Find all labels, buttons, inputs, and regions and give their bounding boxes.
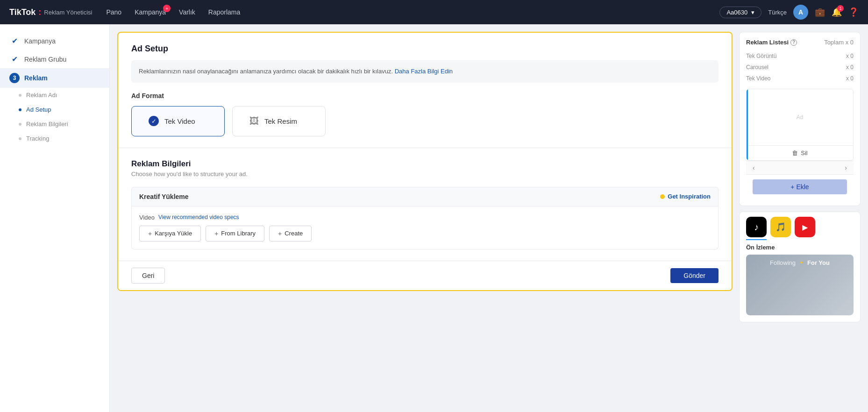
info-link[interactable]: Daha Fazla Bilgi Edin [395,68,453,75]
logo: TikTok : Reklam Yöneticisi [9,7,92,17]
dot-icon [19,123,21,126]
briefcase-icon[interactable]: 💼 [815,7,825,17]
upload-buttons: + Karşıya Yükle + From Library + Create [139,226,711,242]
main-panel: Ad Setup Reklamlarınızın nasıl onaylanac… [117,32,733,405]
language-selector[interactable]: Türkçe [768,9,787,16]
content-area: Ad Setup Reklamlarınızın nasıl onaylanac… [110,24,868,412]
format-options: ✓ Tek Video 🖼 Tek Resim [131,106,719,136]
notification-badge: 1 [837,5,844,12]
format-tek-resim-label: Tek Resim [264,117,297,125]
red-app-icon[interactable]: ▶ [795,217,815,237]
logo-tiktok: TikTok [9,7,36,17]
sidebar-item-reklam[interactable]: 3 Reklam [0,68,109,88]
nav-right: Aa0630 ▾ Türkçe A 💼 🔔 1 ❓ [719,5,859,20]
nav-links: Pano Kampanya + Varlık Raporlama [106,8,705,16]
nav-raporlama[interactable]: Raporlama [208,8,240,16]
bell-icon[interactable]: 🔔 1 [832,7,842,17]
video-label: Video View recommended video specs [139,214,711,221]
ad-list-header: Reklam Listesi ? Toplam x 0 [746,39,854,46]
submit-button[interactable]: Gönder [670,268,719,283]
ad-list-row: Tek Video x 0 [746,73,854,84]
dot-icon [19,108,21,111]
ad-list-total: Toplam x 0 [824,39,854,46]
top-navigation: TikTok : Reklam Yöneticisi Pano Kampanya… [0,0,868,24]
boomplay-app-icon[interactable]: 🎵 [770,217,791,237]
kampanya-badge: + [163,5,171,12]
info-box: Reklamlarınızın nasıl onaylanacağını anl… [131,60,719,83]
on-izleme-label: Ön İzleme [740,240,860,255]
kreatif-header: Kreatif Yükleme Get Inspiration [131,187,719,206]
upload-karsiya-yukle[interactable]: + Karşıya Yükle [139,226,201,242]
ad-placeholder: Ad [747,89,853,145]
scroll-right-button[interactable]: › [842,163,850,172]
inspiration-dot-icon [660,194,665,199]
reklam-bilgileri-sub: Choose how you'd like to structure your … [131,170,719,178]
format-tek-video-label: Tek Video [164,117,195,125]
active-indicator [747,89,748,160]
star-icon: ✦ [799,260,804,266]
scroll-nav: ‹ › [746,161,854,174]
format-tek-resim[interactable]: 🖼 Tek Resim [232,106,326,136]
plus-icon: + [278,230,282,237]
reklam-bilgileri-section: Reklam Bilgileri Choose how you'd like t… [118,148,732,261]
nav-pano[interactable]: Pano [106,8,121,16]
ad-list-row: Tek Görüntü x 0 [746,50,854,62]
scroll-left-button[interactable]: ‹ [750,163,758,172]
ad-list-panel: Reklam Listesi ? Toplam x 0 Tek Görüntü … [739,32,861,206]
sidebar-sub-tracking[interactable]: Tracking [0,131,109,146]
ad-list-items: Tek Görüntü x 0 Carousel x 0 Tek Video x… [746,50,854,84]
logo-colon: : [38,7,41,17]
kreatif-label: Kreatif Yükleme [139,193,189,200]
video-upload-area: Video View recommended video specs + Kar… [131,206,719,249]
info-icon[interactable]: ? [790,39,797,46]
dot-icon [19,94,21,97]
bottom-bar: Geri Gönder [118,261,732,290]
sidebar: ✔ Kampanya ✔ Reklam Grubu 3 Reklam Rekla… [0,24,110,412]
ad-format-label: Ad Format [131,92,719,99]
ad-preview-card: Ad 🗑 Sil [746,89,854,161]
preview-video-placeholder: Following ✦ For You [746,255,854,315]
upload-from-library[interactable]: + From Library [206,226,264,242]
ad-setup-section: Ad Setup Reklamlarınızın nasıl onaylanac… [118,33,732,148]
plus-icon: + [148,230,152,237]
ad-setup-title: Ad Setup [131,44,719,54]
ekle-button[interactable]: + Ekle [753,179,847,194]
back-button[interactable]: Geri [131,268,165,284]
ad-list-row: Carousel x 0 [746,62,854,73]
following-for-you: Following ✦ For You [770,259,830,266]
trash-icon: 🗑 [792,149,798,156]
format-tek-video[interactable]: ✓ Tek Video [131,106,225,136]
upload-create[interactable]: + Create [269,226,312,242]
reklam-bilgileri-title: Reklam Bilgileri [131,159,719,169]
check-icon: ✔ [9,55,20,64]
main-layout: ✔ Kampanya ✔ Reklam Grubu 3 Reklam Rekla… [0,24,868,412]
ekle-btn-container: + Ekle [746,174,854,199]
right-panel: Reklam Listesi ? Toplam x 0 Tek Görüntü … [739,32,861,405]
sidebar-sub-reklam-bilgileri[interactable]: Reklam Bilgileri [0,117,109,131]
step-indicator: 3 [9,73,20,83]
sidebar-sub-reklam-adi[interactable]: Reklam Adı [0,88,109,102]
sidebar-sub-ad-setup[interactable]: Ad Setup [0,102,109,117]
nav-kampanya[interactable]: Kampanya + [135,8,166,16]
image-icon: 🖼 [249,116,259,127]
video-specs-link[interactable]: View recommended video specs [158,214,239,220]
chevron-down-icon: ▾ [751,9,754,16]
account-selector[interactable]: Aa0630 ▾ [719,7,761,18]
avatar[interactable]: A [793,5,808,20]
sidebar-item-reklam-grubu[interactable]: ✔ Reklam Grubu [0,50,109,68]
check-circle-icon: ✓ [149,116,159,126]
ad-list-title: Reklam Listesi ? [746,39,797,46]
app-icons-row: ♪ 🎵 ▶ [740,212,860,237]
dot-icon [19,137,21,140]
get-inspiration-button[interactable]: Get Inspiration [660,193,711,200]
help-icon[interactable]: ❓ [848,7,859,17]
tiktok-app-icon[interactable]: ♪ [746,217,767,237]
logo-subtitle: Reklam Yöneticisi [44,9,92,16]
sidebar-item-kampanya[interactable]: ✔ Kampanya [0,32,109,50]
sil-button[interactable]: 🗑 Sil [747,145,853,160]
plus-icon: + [214,230,218,237]
nav-varlik[interactable]: Varlık [179,8,195,16]
check-icon: ✔ [9,36,20,45]
preview-panel: ♪ 🎵 ▶ Ön İzleme Following ✦ For You [739,212,861,322]
yellow-border-container: Ad Setup Reklamlarınızın nasıl onaylanac… [117,32,733,291]
